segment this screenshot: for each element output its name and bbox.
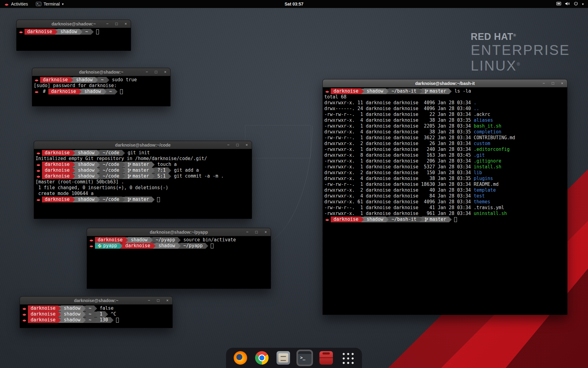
maximize-button[interactable]: □ [235,143,240,147]
dock-item-firefox[interactable] [232,350,249,366]
terminal-line: -rw-rw-r--. 1 darknoise darknoise 3622 J… [324,135,566,141]
powerline-separator [168,174,171,179]
window-controls: −□× [145,68,168,76]
minimize-button[interactable]: − [145,70,149,74]
terminal-content[interactable]: darknoiseshadow~ sudo true[sudo] passwor… [32,76,170,95]
dock-item-appgrid[interactable] [339,350,356,366]
powerline-separator [449,89,452,94]
terminal-content[interactable]: darknoiseshadow~ falsedarknoiseshadow~1 … [20,305,172,324]
prompt-segment: shadow [75,173,97,179]
terminal-content[interactable]: darknoiseshadow~/pyapp source bin/activa… [87,236,271,250]
window-titlebar[interactable]: darknoise@shadow:~/bash-it−□× [323,79,567,87]
terminal-line: -rwxrwxr-x. 1 darknoise darknoise 240 Ja… [324,147,566,152]
prompt-segment: shadow [75,150,97,156]
terminal-line: 1 file changed, 0 insertions(+), 0 delet… [36,185,250,191]
minimize-button[interactable]: − [147,298,151,303]
terminal-text: git init [125,150,150,156]
powerline-separator [419,217,422,222]
terminal-text: . [474,100,477,106]
terminal-text: themes [474,199,490,205]
minimize-button[interactable]: − [541,81,546,86]
terminal-window-code[interactable]: darknoise@shadow:~/code−□×darknoiseshado… [34,141,252,219]
maximize-button[interactable]: □ [114,21,119,26]
minimize-button[interactable]: − [226,143,231,147]
git-branch-segment: master [125,162,152,167]
window-titlebar[interactable]: darknoise@shadow:~−□× [17,20,131,28]
prompt-segment: shadow [364,217,386,222]
prompt-segment: darknoise [95,237,125,243]
os-logo-icon [36,174,41,178]
os-logo-icon [36,151,41,155]
terminal-window-sudo[interactable]: darknoise@shadow:~−□×darknoiseshadow~ su… [32,68,171,106]
prompt-segment: shadow [75,162,97,167]
terminal-icon [36,2,41,6]
terminal-window-pyapp[interactable]: darknoise@shadow:~/pyapp−□×darknoiseshad… [87,228,271,289]
terminal-window-bash-it[interactable]: darknoise@shadow:~/bash-it−□×darknoisesh… [322,79,567,315]
terminal-window-home-2[interactable]: darknoise@shadow:~−□×darknoiseshadow~ fa… [20,296,173,328]
dock-item-chrome[interactable] [254,350,270,366]
minimize-button[interactable]: − [245,230,250,234]
powerline-separator [125,237,128,243]
powerline-separator [152,197,155,202]
window-controls: −□× [105,20,128,28]
maximize-button[interactable]: □ [156,298,160,303]
terminal-text: -rw-rw-r--. 1 darknoise darknoise 18630 … [324,182,474,187]
terminal-line: pyappdarknoiseshadow~/pyapp [89,243,269,249]
terminal-line: drwxrwxr-x. 4 darknoise darknoise 38 Jan… [324,129,566,135]
close-button[interactable]: × [163,70,168,74]
window-titlebar[interactable]: darknoise@shadow:~−□× [32,68,170,76]
windows-layer: darknoise@shadow:~−□×darknoiseshadow~dar… [0,0,588,368]
maximize-button[interactable]: □ [254,230,259,234]
terminal-content[interactable]: darknoiseshadow~ [17,28,131,36]
terminal-window-home-1[interactable]: darknoise@shadow:~−□×darknoiseshadow~ [16,20,131,51]
close-button[interactable]: × [560,81,564,86]
system-status-area[interactable]: ▾ [552,0,588,8]
terminal-content[interactable]: darknoiseshadow~/code git initInitialize… [34,149,252,203]
close-button[interactable]: × [244,143,249,147]
prompt-segment: ~ [107,89,115,94]
dock-item-terminal[interactable] [296,350,313,366]
powerline-separator [361,217,364,222]
maximize-button[interactable]: □ [154,70,158,74]
dock-item-files[interactable] [275,350,292,366]
prompt-segment: ~/bash-it [389,88,419,94]
window-controls: −□× [541,79,564,87]
dock-item-toolbox[interactable] [318,350,334,366]
terminal-text: drwxrwxr-x. 11 darknoise darknoise 4096 … [324,100,474,106]
terminal-line: create mode 100644 a [36,191,250,197]
terminal-text: total 68 [324,94,346,100]
close-button[interactable]: × [123,21,128,26]
terminal-text: 1 file changed, 0 insertions(+), 0 delet… [36,185,168,191]
terminal-content[interactable]: darknoiseshadow~/bash-itmaster ls -latot… [323,87,567,223]
chevron-down-icon: ▾ [582,2,584,6]
prompt-segment: ~ [98,77,106,83]
window-titlebar[interactable]: darknoise@shadow:~/code−□× [34,141,252,149]
terminal-cursor [96,29,99,34]
powerline-separator [122,150,125,156]
terminal-icon [298,351,311,365]
powerline-separator [94,317,97,323]
os-logo-icon [36,198,41,201]
window-titlebar[interactable]: darknoise@shadow:~−□× [20,297,172,305]
close-button[interactable]: × [165,298,170,303]
terminal-text: # [40,89,48,94]
firefox-icon [234,351,247,365]
window-titlebar[interactable]: darknoise@shadow:~/pyapp−□× [87,228,271,236]
clock[interactable]: Sat 03:57 [285,0,303,8]
close-button[interactable]: × [263,230,268,234]
maximize-button[interactable]: □ [551,81,555,86]
minimize-button[interactable]: − [105,21,110,26]
terminal-text: drwxrwxr-x. 2 darknoise darknoise 150 Ja… [324,170,474,176]
terminal-text: drwxrwxr-x. 4 darknoise darknoise 38 Jan… [324,117,474,123]
prompt-segment: shadow [364,88,386,94]
powerline-separator [72,150,75,156]
app-menu-terminal[interactable]: Terminal ▾ [32,0,67,8]
terminal-line: drwxrwxr-x. 2 darknoise darknoise 150 Ja… [324,170,566,176]
terminal-text: install.sh [474,164,501,170]
powerline-separator [97,162,100,167]
terminal-cursor [157,197,160,202]
prompt-segment: shadow [61,311,83,317]
terminal-text: drwxrwxr-x. 4 darknoise darknoise 38 Jan… [324,176,474,182]
activities-button[interactable]: Activities [0,0,32,8]
powerline-separator [122,162,125,167]
